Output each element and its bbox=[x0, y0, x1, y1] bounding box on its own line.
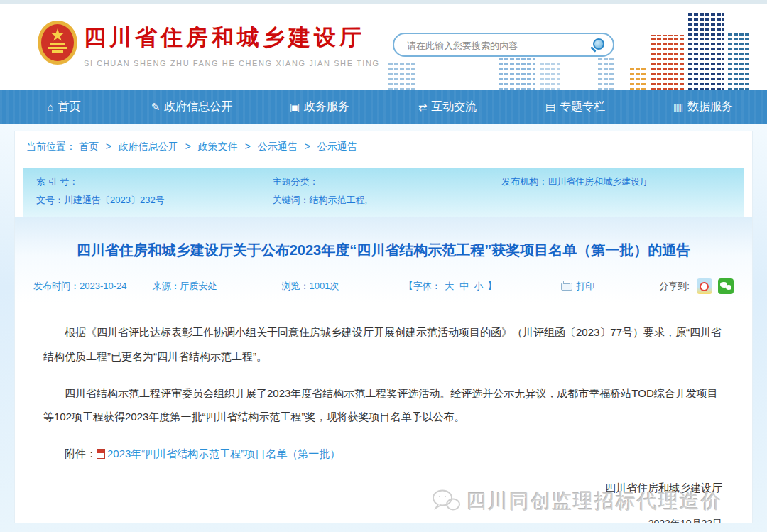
breadcrumb-separator: > bbox=[245, 141, 251, 152]
search-box bbox=[393, 33, 614, 57]
site-title-block: 四川省住房和城乡建设厅 SI CHUAN SHENG ZHU FANG HE C… bbox=[84, 23, 380, 67]
font-size-prefix: 【字体： bbox=[404, 281, 441, 291]
document-edit-icon: ✎ bbox=[151, 101, 161, 114]
font-size-small[interactable]: 小 bbox=[474, 281, 484, 291]
attachment-row: 附件：2023年“四川省结构示范工程”项目名单（第一批） bbox=[43, 442, 724, 466]
breadcrumb-notices[interactable]: 公示通告 bbox=[258, 141, 298, 152]
grid-icon: ▤ bbox=[545, 101, 555, 114]
wechat-share-icon[interactable] bbox=[718, 278, 734, 294]
nav-item-services[interactable]: ▣ 政务服务 bbox=[256, 99, 384, 114]
building-shape bbox=[387, 60, 415, 90]
watermark-text: 四川同创监理招标代理造价 bbox=[467, 488, 722, 515]
nav-label: 政务服务 bbox=[304, 99, 349, 114]
breadcrumb-current[interactable]: 公示通告 bbox=[317, 141, 357, 152]
article-title: 四川省住房和城乡建设厅关于公布2023年度“四川省结构示范工程”获奖项目名单（第… bbox=[50, 241, 717, 260]
building-shape bbox=[687, 13, 724, 90]
view-count: 浏览：1001次 bbox=[282, 280, 339, 293]
national-emblem-logo bbox=[37, 20, 78, 68]
building-shape bbox=[629, 65, 647, 90]
chart-icon: ▥ bbox=[673, 101, 683, 114]
nav-item-interaction[interactable]: ⇄ 互动交流 bbox=[384, 99, 511, 114]
exchange-arrows-icon: ⇄ bbox=[418, 101, 428, 114]
content-card: 当前位置： 首页 > 政府信息公开 > 政策文件 > 公示通告 > 公示通告 索… bbox=[14, 131, 753, 523]
publish-time: 发布时间：2023-10-24 bbox=[33, 280, 127, 293]
doc-number: 文号：川建通告〔2023〕232号 bbox=[36, 194, 273, 207]
nav-label: 专题专栏 bbox=[560, 99, 605, 114]
font-size-large[interactable]: 大 bbox=[445, 281, 454, 291]
attachment-label: 附件： bbox=[65, 447, 97, 460]
font-size-selector: 【字体： 大 中 小 】 bbox=[404, 280, 497, 293]
index-number-label: 索 引 号： bbox=[36, 175, 273, 188]
site-title: 四川省住房和城乡建设厅 bbox=[84, 23, 380, 53]
site-header: 四川省住房和城乡建设厅 SI CHUAN SHENG ZHU FANG HE C… bbox=[0, 4, 767, 90]
nav-item-gov-info[interactable]: ✎ 政府信息公开 bbox=[128, 99, 256, 114]
pdf-file-icon bbox=[97, 449, 105, 459]
content-background: 当前位置： 首页 > 政府信息公开 > 政策文件 > 公示通告 > 公示通告 索… bbox=[0, 124, 767, 532]
site-subtitle: SI CHUAN SHENG ZHU FANG HE CHENG XIANG J… bbox=[84, 59, 380, 67]
breadcrumb-gov-info[interactable]: 政府信息公开 bbox=[119, 141, 178, 152]
print-button[interactable]: 打印 bbox=[561, 280, 594, 293]
building-shape bbox=[650, 35, 684, 90]
attachment-link[interactable]: 2023年“四川省结构示范工程”项目名单（第一批） bbox=[107, 447, 340, 460]
footer-date: 2023年10月23日 bbox=[45, 518, 722, 523]
main-nav: ⌂ 首页 ✎ 政府信息公开 ▣ 政务服务 ⇄ 互动交流 ▤ 专题专栏 ▥ 数据服… bbox=[0, 90, 767, 124]
font-size-suffix: 】 bbox=[487, 281, 496, 291]
breadcrumb-separator: > bbox=[185, 141, 191, 152]
breadcrumb-separator: > bbox=[305, 141, 310, 152]
article-meta-row: 发布时间：2023-10-24 来源：厅质安处 浏览：1001次 【字体： 大 … bbox=[33, 278, 734, 303]
breadcrumb-policy-files[interactable]: 政策文件 bbox=[198, 141, 238, 152]
watermark: 四川同创监理招标代理造价 bbox=[45, 488, 722, 515]
issuing-agency: 发布机构：四川省住房和城乡建设厅 bbox=[501, 175, 731, 188]
search-input[interactable] bbox=[406, 38, 586, 53]
article-title-band: 四川省住房和城乡建设厅关于公布2023年度“四川省结构示范工程”获奖项目名单（第… bbox=[15, 217, 752, 303]
building-shape bbox=[727, 31, 751, 90]
nav-item-topics[interactable]: ▤ 专题专栏 bbox=[511, 99, 639, 114]
breadcrumb-home[interactable]: 首页 bbox=[79, 141, 99, 152]
nav-item-home[interactable]: ⌂ 首页 bbox=[0, 99, 128, 114]
article-paragraph: 根据《四川省评比达标表彰工作协调小组关于同意住房城乡建设厅开展创建示范活动项目的… bbox=[43, 320, 724, 369]
building-shape bbox=[538, 62, 560, 90]
page: 四川省住房和城乡建设厅 SI CHUAN SHENG ZHU FANG HE C… bbox=[0, 0, 767, 532]
document-meta-table: 索 引 号： 主题分类： 发布机构：四川省住房和城乡建设厅 文号：川建通告〔20… bbox=[23, 168, 744, 217]
breadcrumb-label: 当前位置： bbox=[26, 141, 76, 152]
monitor-icon: ▣ bbox=[290, 101, 300, 114]
building-shape bbox=[597, 55, 614, 90]
nav-label: 首页 bbox=[58, 99, 81, 114]
share-bar: 分享到: bbox=[659, 278, 734, 294]
home-icon: ⌂ bbox=[47, 101, 53, 113]
nav-item-data[interactable]: ▥ 数据服务 bbox=[639, 99, 767, 114]
nav-label: 数据服务 bbox=[687, 99, 733, 114]
breadcrumb: 当前位置： 首页 > 政府信息公开 > 政策文件 > 公示通告 > 公示通告 bbox=[15, 131, 752, 161]
breadcrumb-separator: > bbox=[106, 141, 111, 152]
article-source: 来源：厅质安处 bbox=[153, 280, 217, 293]
article-body: 根据《四川省评比达标表彰工作协调小组关于同意住房城乡建设厅开展创建示范活动项目的… bbox=[15, 303, 752, 466]
share-label: 分享到: bbox=[659, 280, 690, 293]
font-size-medium[interactable]: 中 bbox=[459, 281, 469, 291]
printer-icon bbox=[561, 283, 572, 291]
nav-label: 互动交流 bbox=[431, 99, 477, 114]
category-label: 主题分类： bbox=[273, 175, 502, 188]
keywords: 关键词：结构示范工程, bbox=[273, 194, 502, 207]
nav-label: 政府信息公开 bbox=[164, 99, 232, 114]
article-footer: 四川省住房和城乡建设厅 四川同创监理招标代理造价 2023年10月23日 bbox=[15, 466, 752, 523]
search-icon[interactable] bbox=[593, 38, 604, 50]
wechat-outline-icon bbox=[431, 489, 461, 514]
print-label: 打印 bbox=[576, 280, 594, 293]
weibo-share-icon[interactable] bbox=[697, 278, 712, 294]
meta-empty-cell bbox=[501, 194, 731, 207]
article-paragraph: 四川省结构示范工程评审委员会组织开展了2023年度省结构示范工程奖评选活动。经评… bbox=[43, 381, 724, 430]
